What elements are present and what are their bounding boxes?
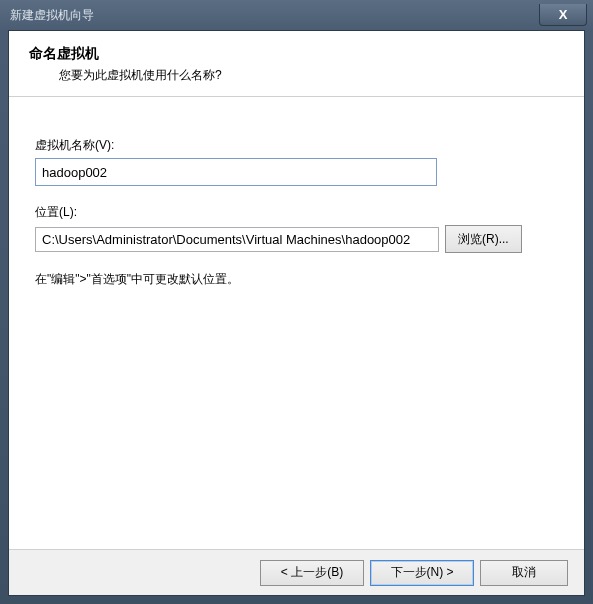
dialog-body: 命名虚拟机 您要为此虚拟机使用什么名称? 虚拟机名称(V): 位置(L): 浏览… — [8, 30, 585, 596]
vm-name-input[interactable] — [35, 158, 437, 186]
page-subtitle: 您要为此虚拟机使用什么名称? — [29, 67, 564, 84]
titlebar: 新建虚拟机向导 X — [0, 0, 593, 30]
wizard-window: 新建虚拟机向导 X 命名虚拟机 您要为此虚拟机使用什么名称? 虚拟机名称(V):… — [0, 0, 593, 604]
form-section: 虚拟机名称(V): 位置(L): 浏览(R)... 在"编辑">"首选项"中可更… — [9, 97, 584, 549]
cancel-button[interactable]: 取消 — [480, 560, 568, 586]
location-input[interactable] — [35, 227, 439, 252]
button-bar: < 上一步(B) 下一步(N) > 取消 — [9, 549, 584, 595]
hint-text: 在"编辑">"首选项"中可更改默认位置。 — [35, 271, 558, 288]
location-row: 浏览(R)... — [35, 225, 558, 253]
close-icon: X — [559, 7, 568, 22]
back-button[interactable]: < 上一步(B) — [260, 560, 364, 586]
page-title: 命名虚拟机 — [29, 45, 564, 63]
location-label: 位置(L): — [35, 204, 558, 221]
browse-button[interactable]: 浏览(R)... — [445, 225, 522, 253]
vm-name-label: 虚拟机名称(V): — [35, 137, 558, 154]
next-button[interactable]: 下一步(N) > — [370, 560, 474, 586]
header-section: 命名虚拟机 您要为此虚拟机使用什么名称? — [9, 31, 584, 97]
close-button[interactable]: X — [539, 4, 587, 26]
window-title: 新建虚拟机向导 — [10, 7, 94, 24]
